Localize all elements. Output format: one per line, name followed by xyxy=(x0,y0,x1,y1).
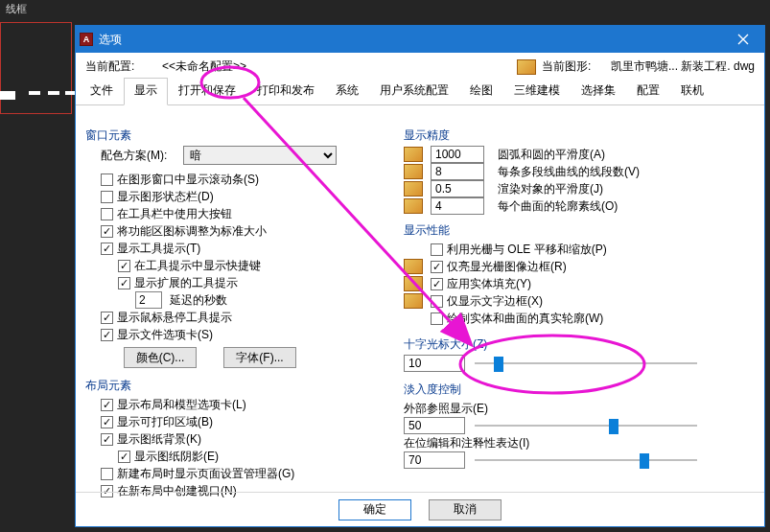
current-drawing-value: 凯里市鸭塘... 新装工程. dwg xyxy=(611,58,755,75)
arc-smoothness-field[interactable] xyxy=(431,146,484,163)
tab-display[interactable]: 显示 xyxy=(124,78,168,105)
chk-solid-fill[interactable] xyxy=(431,278,443,290)
dwg-icon xyxy=(404,147,423,162)
chk-rollover-tooltips-label: 显示鼠标悬停工具提示 xyxy=(117,309,232,326)
group-crosshair: 十字光标大小(Z) xyxy=(404,336,757,353)
tab-user-pref[interactable]: 用户系统配置 xyxy=(369,78,459,105)
chk-paper-shadow-label: 显示图纸阴影(E) xyxy=(134,448,219,465)
tab-drafting[interactable]: 绘图 xyxy=(459,78,503,105)
chk-pan-zoom-raster[interactable] xyxy=(431,243,443,256)
chk-scrollbars-label: 在图形窗口中显示滚动条(S) xyxy=(117,171,259,188)
ok-button[interactable]: 确定 xyxy=(338,499,411,520)
chk-extended-tooltips-label: 显示扩展的工具提示 xyxy=(134,274,238,291)
close-button[interactable] xyxy=(722,26,764,53)
tab-file[interactable]: 文件 xyxy=(80,78,124,105)
chk-extended-tooltips[interactable] xyxy=(118,277,130,289)
top-info-row: 当前配置: <<未命名配置>> 当前图形: 凯里市鸭塘... 新装工程. dwg xyxy=(76,53,764,77)
tooltip-delay-label: 延迟的秒数 xyxy=(170,291,227,309)
inplace-fade-label: 在位编辑和注释性表达(I) xyxy=(404,434,529,451)
bg-red-box xyxy=(0,22,72,114)
chk-paper-bg[interactable] xyxy=(101,433,113,446)
bg-label: 线框 xyxy=(6,2,27,16)
fonts-button[interactable]: 字体(F)... xyxy=(223,347,296,368)
current-drawing-label: 当前图形: xyxy=(542,58,611,75)
chk-tooltips-label: 显示工具提示(T) xyxy=(117,240,200,257)
tab-strip: 文件 显示 打开和保存 打印和发布 系统 用户系统配置 绘图 三维建模 选择集 … xyxy=(76,77,764,105)
app-logo-icon: A xyxy=(80,33,93,46)
crosshair-size-slider[interactable] xyxy=(475,355,697,372)
options-dialog: A 选项 当前配置: <<未命名配置>> 当前图形: 凯里市鸭塘... 新装工程… xyxy=(75,25,765,527)
polyline-segs-label: 每条多段线曲线的线段数(V) xyxy=(498,163,640,180)
chk-layout-tabs-label: 显示布局和模型选项卡(L) xyxy=(117,396,246,413)
render-smooth-label: 渲染对象的平滑度(J) xyxy=(498,180,603,197)
group-fade-control: 淡入度控制 xyxy=(404,382,757,398)
chk-true-silhouettes-label: 绘制实体和曲面的真实轮廓(W) xyxy=(447,310,603,327)
contour-lines-field[interactable] xyxy=(431,197,484,215)
crosshair-size-field[interactable] xyxy=(404,355,465,372)
chk-file-tabs-label: 显示文件选项卡(S) xyxy=(117,326,213,343)
titlebar: A 选项 xyxy=(76,26,764,53)
chk-highlight-raster[interactable] xyxy=(431,261,443,273)
chk-text-frame-only[interactable] xyxy=(431,295,443,308)
dwg-icon xyxy=(404,259,423,274)
group-window-elements: 窗口元素 xyxy=(85,127,390,144)
chk-drawing-statusbar-label: 显示图形状态栏(D) xyxy=(117,188,214,205)
chk-large-buttons-label: 在工具栏中使用大按钮 xyxy=(117,205,232,222)
dwg-icon xyxy=(517,59,536,75)
group-display-resolution: 显示精度 xyxy=(404,127,757,144)
polyline-segs-field[interactable] xyxy=(431,163,484,180)
tab-selection[interactable]: 选择集 xyxy=(571,78,626,105)
current-profile-value: <<未命名配置>> xyxy=(162,58,517,75)
tab-system[interactable]: 系统 xyxy=(325,78,369,105)
bg-decor xyxy=(48,91,59,95)
cancel-button[interactable]: 取消 xyxy=(429,499,502,520)
group-display-performance: 显示性能 xyxy=(404,222,757,239)
chk-scrollbars[interactable] xyxy=(101,173,113,186)
dialog-title: 选项 xyxy=(99,32,722,48)
group-layout-elements: 布局元素 xyxy=(85,378,390,394)
tooltip-delay-field[interactable] xyxy=(135,291,162,309)
render-smooth-field[interactable] xyxy=(431,180,484,197)
chk-tooltip-shortcuts-label: 在工具提示中显示快捷键 xyxy=(134,257,261,274)
bg-decor xyxy=(29,91,40,95)
color-scheme-select[interactable]: 暗 xyxy=(183,146,337,165)
contour-lines-label: 每个曲面的轮廓素线(O) xyxy=(498,197,618,215)
chk-layout-tabs[interactable] xyxy=(101,399,113,411)
tab-3d[interactable]: 三维建模 xyxy=(503,78,571,105)
colors-button[interactable]: 颜色(C)... xyxy=(124,347,197,368)
bg-decor xyxy=(0,91,15,100)
xref-fade-field[interactable] xyxy=(404,417,465,434)
tab-open-save[interactable]: 打开和保存 xyxy=(168,78,246,105)
inplace-fade-field[interactable] xyxy=(404,451,465,469)
tab-profiles[interactable]: 配置 xyxy=(626,78,670,105)
chk-pan-zoom-raster-label: 利用光栅与 OLE 平移和缩放(P) xyxy=(447,241,607,258)
dwg-icon xyxy=(404,164,423,179)
dwg-icon xyxy=(404,276,423,291)
chk-paper-shadow[interactable] xyxy=(118,451,130,463)
chk-drawing-statusbar[interactable] xyxy=(101,191,113,203)
chk-true-silhouettes[interactable] xyxy=(431,312,443,325)
chk-printable-area[interactable] xyxy=(101,416,113,428)
chk-ribbon-icons-label: 将功能区图标调整为标准大小 xyxy=(117,222,267,240)
chk-ribbon-icons[interactable] xyxy=(101,225,113,238)
tab-plot[interactable]: 打印和发布 xyxy=(246,78,325,105)
xref-fade-slider[interactable] xyxy=(475,417,697,434)
chk-paper-bg-label: 显示图纸背景(K) xyxy=(117,430,201,448)
dwg-icon xyxy=(404,293,423,309)
chk-highlight-raster-label: 仅亮显光栅图像边框(R) xyxy=(447,258,567,275)
chk-page-setup-mgr[interactable] xyxy=(101,468,113,480)
color-scheme-label: 配色方案(M): xyxy=(101,147,183,164)
inplace-fade-slider[interactable] xyxy=(475,451,697,469)
chk-printable-area-label: 显示可打印区域(B) xyxy=(117,413,213,430)
current-profile-label: 当前配置: xyxy=(85,58,162,75)
dwg-icon xyxy=(404,198,423,214)
chk-rollover-tooltips[interactable] xyxy=(101,312,113,324)
chk-tooltip-shortcuts[interactable] xyxy=(118,260,130,272)
dialog-footer: 确定 取消 xyxy=(76,492,764,526)
chk-page-setup-mgr-label: 新建布局时显示页面设置管理器(G) xyxy=(117,465,294,482)
chk-large-buttons[interactable] xyxy=(101,208,113,220)
dwg-icon xyxy=(404,181,423,197)
chk-file-tabs[interactable] xyxy=(101,329,113,341)
chk-tooltips[interactable] xyxy=(101,243,113,255)
tab-online[interactable]: 联机 xyxy=(670,78,714,105)
